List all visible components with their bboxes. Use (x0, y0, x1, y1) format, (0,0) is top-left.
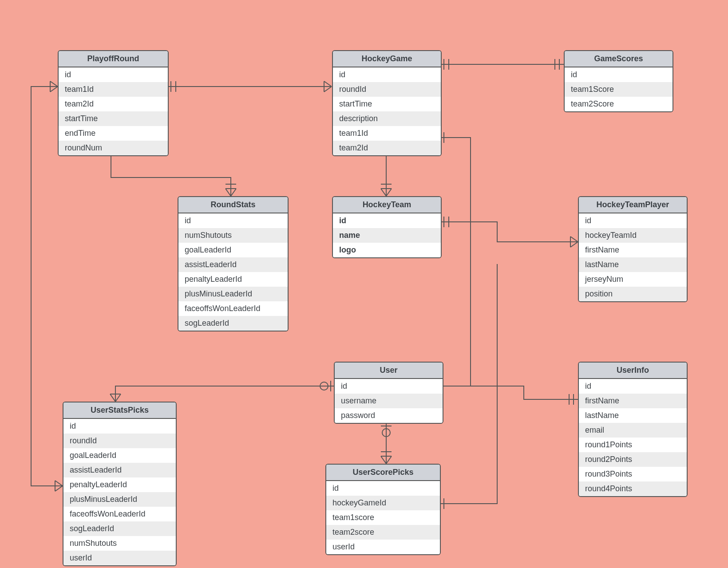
field: userId (63, 551, 176, 565)
entity-playoff-round[interactable]: PlayoffRound id team1Id team2Id startTim… (58, 50, 169, 156)
field: endTime (59, 126, 168, 141)
field: round2Points (579, 452, 687, 467)
entity-user-stats-picks[interactable]: UserStatsPicks id roundId goalLeaderId a… (63, 402, 177, 566)
field: penaltyLeaderId (63, 477, 176, 492)
field: goalLeaderId (63, 448, 176, 463)
field: id (326, 481, 440, 496)
entity-fields: id hockeyGameId team1score team2score us… (326, 481, 440, 554)
svg-line-23 (386, 189, 392, 196)
field: id (335, 379, 443, 394)
svg-point-48 (382, 429, 390, 437)
entity-title: UserInfo (579, 363, 687, 379)
field: team1Id (59, 82, 168, 97)
svg-line-2 (324, 87, 332, 92)
field: team2Id (333, 141, 441, 155)
field: lastName (579, 408, 687, 423)
svg-line-15 (231, 189, 236, 196)
field: startTime (333, 97, 441, 111)
entity-title: RoundStats (178, 197, 288, 213)
svg-line-28 (570, 237, 578, 242)
field: numShutouts (178, 228, 288, 243)
field: name (333, 228, 441, 243)
field: team1Id (333, 126, 441, 141)
field: roundId (333, 82, 441, 97)
entity-user[interactable]: User id username password (334, 362, 443, 424)
field: hockeyGameId (326, 496, 440, 510)
field: team2Score (565, 97, 673, 111)
svg-line-22 (381, 189, 386, 196)
entity-title: GameScores (565, 51, 673, 67)
field: lastName (579, 257, 687, 272)
field: round3Points (579, 467, 687, 481)
svg-line-37 (50, 87, 58, 92)
field: sogLeaderId (63, 521, 176, 536)
er-diagram-canvas: PlayoffRound id team1Id team2Id startTim… (0, 0, 728, 568)
field: numShutouts (63, 536, 176, 551)
svg-line-36 (50, 81, 58, 87)
field: startTime (59, 111, 168, 126)
field: description (333, 111, 441, 126)
field: userId (326, 540, 440, 554)
entity-title: User (335, 363, 443, 379)
entity-title: HockeyTeamPlayer (579, 197, 687, 213)
field: id (333, 67, 441, 82)
entity-user-score-picks[interactable]: UserScorePicks id hockeyGameId team1scor… (325, 464, 441, 555)
field: password (335, 408, 443, 423)
field: faceoffsWonLeaderId (63, 507, 176, 521)
svg-line-51 (386, 456, 392, 464)
svg-line-42 (110, 394, 115, 402)
field: firstName (579, 243, 687, 257)
entity-game-scores[interactable]: GameScores id team1Score team2Score (564, 50, 673, 112)
field: roundNum (59, 141, 168, 155)
entity-title: UserStatsPicks (63, 402, 176, 419)
field: id (59, 67, 168, 82)
svg-point-45 (320, 382, 328, 390)
entity-fields: id name logo (333, 213, 441, 257)
field: plusMinusLeaderId (178, 287, 288, 301)
field: username (335, 394, 443, 408)
entity-hockey-game[interactable]: HockeyGame id roundId startTime descript… (332, 50, 442, 156)
entity-hockey-team-player[interactable]: HockeyTeamPlayer id hockeyTeamId firstNa… (578, 196, 688, 302)
field: email (579, 423, 687, 438)
field: assistLeaderId (63, 463, 176, 477)
field: id (178, 213, 288, 228)
entity-fields: id roundId startTime description team1Id… (333, 67, 441, 155)
entity-title: HockeyTeam (333, 197, 441, 213)
entity-fields: id firstName lastName email round1Points… (579, 379, 687, 496)
entity-title: PlayoffRound (59, 51, 168, 67)
entity-fields: id team1Id team2Id startTime endTime rou… (59, 67, 168, 155)
field: roundId (63, 434, 176, 448)
entity-title: HockeyGame (333, 51, 441, 67)
field: position (579, 287, 687, 301)
field: round4Points (579, 481, 687, 496)
field: penaltyLeaderId (178, 272, 288, 287)
svg-line-14 (226, 189, 231, 196)
field: plusMinusLeaderId (63, 492, 176, 507)
entity-title: UserScorePicks (326, 465, 440, 481)
entity-fields: id numShutouts goalLeaderId assistLeader… (178, 213, 288, 331)
field: firstName (579, 394, 687, 408)
svg-line-40 (55, 486, 63, 491)
field: faceoffsWonLeaderId (178, 301, 288, 316)
field: jerseyNum (579, 272, 687, 287)
entity-fields: id team1Score team2Score (565, 67, 673, 111)
field: team1Score (565, 82, 673, 97)
field: id (579, 213, 687, 228)
field: sogLeaderId (178, 316, 288, 331)
field: id (579, 379, 687, 394)
field: team2Id (59, 97, 168, 111)
entity-round-stats[interactable]: RoundStats id numShutouts goalLeaderId a… (178, 196, 289, 331)
field: logo (333, 243, 441, 257)
svg-line-29 (570, 242, 578, 247)
field: assistLeaderId (178, 257, 288, 272)
svg-line-39 (55, 481, 63, 486)
entity-fields: id roundId goalLeaderId assistLeaderId p… (63, 419, 176, 565)
field: goalLeaderId (178, 243, 288, 257)
entity-hockey-team[interactable]: HockeyTeam id name logo (332, 196, 442, 258)
field: id (63, 419, 176, 434)
field: id (565, 67, 673, 82)
svg-line-50 (381, 456, 386, 464)
entity-user-info[interactable]: UserInfo id firstName lastName email rou… (578, 362, 688, 497)
field: team2score (326, 525, 440, 540)
field: round1Points (579, 438, 687, 452)
